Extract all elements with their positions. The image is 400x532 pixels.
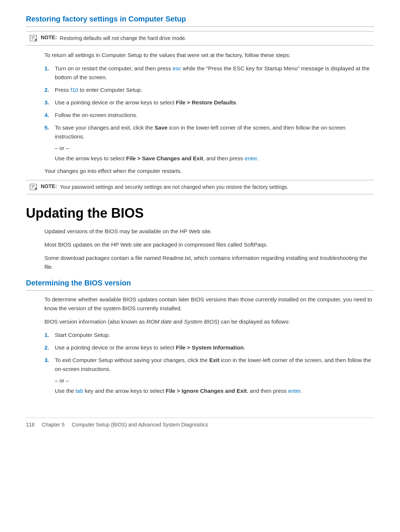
det-step-num-3: 3. bbox=[44, 356, 55, 365]
step-content-2: Press f10 to enter Computer Setup. bbox=[55, 86, 374, 94]
ind-para-mid: , and then press bbox=[203, 155, 245, 161]
restoring-or-separator: – or – bbox=[55, 145, 374, 151]
determining-or-separator: – or – bbox=[55, 377, 374, 384]
det-step2-after: . bbox=[244, 344, 245, 351]
step-num-4: 4. bbox=[44, 111, 55, 120]
ind-para-bold: File > Save Changes and Exit bbox=[126, 155, 203, 161]
step3-bold: File > Restore Defaults bbox=[176, 99, 236, 106]
restoring-step-2: 2. Press f10 to enter Computer Setup. bbox=[44, 86, 374, 94]
det-step3-before: To exit Computer Setup without saving yo… bbox=[55, 357, 209, 363]
note-label-1: NOTE: bbox=[41, 34, 57, 40]
footer-chapter-title: Computer Setup (BIOS) and Advanced Syste… bbox=[72, 422, 208, 428]
restoring-steps: 1. Turn on or restart the computer, and … bbox=[44, 64, 374, 141]
det-ind-before: Use the bbox=[55, 388, 76, 394]
para2-mid: and bbox=[171, 318, 184, 325]
step3-text: Use a pointing device or the arrow keys … bbox=[55, 99, 176, 106]
step-num-3: 3. bbox=[44, 98, 55, 107]
updating-para1: Updated versions of the BIOS may be avai… bbox=[44, 227, 374, 236]
det-step-content-2: Use a pointing device or the arrow keys … bbox=[55, 343, 374, 352]
restoring-conclusion: Your changes go into effect when the com… bbox=[44, 167, 374, 175]
para2-after: ) can be displayed as follows: bbox=[217, 318, 290, 325]
det-step-num-2: 2. bbox=[44, 343, 55, 352]
det-ind-key-enter: enter bbox=[288, 388, 300, 394]
step1-text-before: Turn on or restart the computer, and the… bbox=[55, 65, 173, 71]
determining-heading: Determining the BIOS version bbox=[26, 279, 374, 287]
step3-text-after: . bbox=[236, 99, 237, 106]
determining-steps: 1. Start Computer Setup. 2. Use a pointi… bbox=[44, 331, 374, 374]
step-num-5: 5. bbox=[44, 123, 55, 132]
determining-step-3: 3. To exit Computer Setup without saving… bbox=[44, 356, 374, 374]
updating-heading: Updating the BIOS bbox=[26, 205, 374, 221]
note-text-1: Restoring defaults will not change the h… bbox=[60, 34, 187, 42]
step2-text-before: Press bbox=[55, 87, 71, 93]
footer-page-num: 118 bbox=[26, 422, 34, 428]
det-ind-mid: key and the arrow keys to select bbox=[83, 388, 166, 394]
restoring-section: Restoring factory settings in Computer S… bbox=[26, 15, 374, 194]
restoring-step-3: 3. Use a pointing device or the arrow ke… bbox=[44, 98, 374, 107]
para2-before: BIOS version information (also known as bbox=[44, 318, 146, 325]
det-ind-key-tab: tab bbox=[76, 388, 83, 394]
step-content-4: Follow the on-screen instructions. bbox=[55, 111, 374, 120]
footer-chapter: Chapter 5 bbox=[42, 422, 64, 428]
step-num-1: 1. bbox=[44, 64, 55, 73]
det-step-content-3: To exit Computer Setup without saving yo… bbox=[55, 356, 374, 374]
step1-key-esc: esc bbox=[173, 65, 181, 71]
updating-section: Updating the BIOS Updated versions of th… bbox=[26, 205, 374, 271]
determining-indented-para: Use the tab key and the arrow keys to se… bbox=[55, 387, 374, 395]
determining-para2: BIOS version information (also known as … bbox=[44, 317, 374, 326]
determining-para1: To determine whether available BIOS upda… bbox=[44, 295, 374, 313]
note-label-2: NOTE: bbox=[41, 183, 57, 189]
para2-italic1: ROM date bbox=[146, 318, 171, 325]
det-step2-before: Use a pointing device or the arrow keys … bbox=[55, 344, 176, 351]
restoring-divider bbox=[26, 26, 374, 27]
step-content-3: Use a pointing device or the arrow keys … bbox=[55, 98, 374, 107]
restoring-indented-para: Use the arrow keys to select File > Save… bbox=[55, 154, 374, 163]
det-step3-bold: Exit bbox=[209, 357, 220, 363]
note-box-2: NOTE: Your password settings and securit… bbox=[26, 180, 374, 194]
step2-text-after: to enter Computer Setup. bbox=[78, 87, 142, 93]
step5-bold: Save bbox=[154, 124, 167, 131]
restoring-heading: Restoring factory settings in Computer S… bbox=[26, 15, 374, 23]
note-icon-2 bbox=[30, 184, 38, 191]
restoring-step-4: 4. Follow the on-screen instructions. bbox=[44, 111, 374, 120]
determining-step-1: 1. Start Computer Setup. bbox=[44, 331, 374, 339]
determining-divider bbox=[26, 290, 374, 291]
ind-para-before: Use the arrow keys to select bbox=[55, 155, 126, 161]
step-content-1: Turn on or restart the computer, and the… bbox=[55, 64, 374, 82]
det-ind-mid2: , and then press bbox=[247, 388, 288, 394]
step5-text-before: To save your changes and exit, click the bbox=[55, 124, 154, 131]
note-box-1: NOTE: Restoring defaults will not change… bbox=[26, 31, 374, 46]
restoring-step-5: 5. To save your changes and exit, click … bbox=[44, 123, 374, 141]
determining-section: Determining the BIOS version To determin… bbox=[26, 279, 374, 395]
det-ind-after: . bbox=[300, 388, 302, 394]
page-footer: 118 Chapter 5 Computer Setup (BIOS) and … bbox=[26, 418, 374, 428]
note-text-2: Your password settings and security sett… bbox=[60, 183, 289, 191]
ind-para-key-enter: enter bbox=[244, 155, 257, 161]
ind-para-after: . bbox=[257, 155, 259, 161]
note-icon-1 bbox=[30, 35, 38, 42]
step-content-5: To save your changes and exit, click the… bbox=[55, 123, 374, 141]
updating-para3: Some download packages contain a file na… bbox=[44, 254, 374, 271]
det-step-num-1: 1. bbox=[44, 331, 55, 339]
para2-italic2: System BIOS bbox=[184, 318, 217, 325]
det-ind-bold: File > Ignore Changes and Exit bbox=[166, 388, 247, 394]
determining-step-2: 2. Use a pointing device or the arrow ke… bbox=[44, 343, 374, 352]
step2-key-f10: f10 bbox=[71, 87, 79, 93]
det-step-content-1: Start Computer Setup. bbox=[55, 331, 374, 339]
det-step2-bold: File > System Information bbox=[176, 344, 244, 351]
restoring-step-1: 1. Turn on or restart the computer, and … bbox=[44, 64, 374, 82]
restoring-intro: To return all settings in Computer Setup… bbox=[44, 51, 374, 60]
step-num-2: 2. bbox=[44, 86, 55, 94]
updating-para2: Most BIOS updates on the HP Web site are… bbox=[44, 240, 374, 249]
